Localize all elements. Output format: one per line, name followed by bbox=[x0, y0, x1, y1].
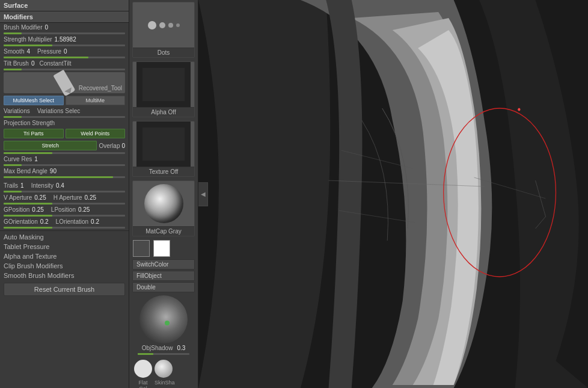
curve-res-row: Curve Res 1 bbox=[0, 155, 129, 164]
multimesh-select-btn[interactable]: MultiMesh Select bbox=[4, 96, 64, 105]
alpha-off-label: Alpha Off bbox=[133, 107, 194, 117]
obj-shadow-dot bbox=[165, 321, 170, 325]
curve-res-slider[interactable] bbox=[4, 164, 125, 166]
clip-brush-label: Clip Brush Modifiers bbox=[4, 262, 63, 269]
reset-current-brush-label: Reset Current Brush bbox=[34, 286, 94, 293]
smooth-value: 4 bbox=[26, 48, 30, 55]
alpha-off-thumb[interactable]: Alpha Off bbox=[132, 61, 195, 117]
trails-value: 1 bbox=[20, 182, 24, 189]
trails-slider[interactable] bbox=[4, 191, 125, 192]
lorientation-label: LOrientation bbox=[56, 218, 88, 225]
trails-intensity-row: Trails 1 Intensity 0.4 bbox=[0, 181, 129, 190]
strength-multiplier-value: 1.58982 bbox=[55, 36, 76, 43]
smooth-slider[interactable] bbox=[4, 57, 125, 58]
overlap-slider[interactable] bbox=[4, 152, 125, 154]
svg-point-1 bbox=[518, 108, 520, 111]
recovered-tool-area: Recovered_Tool bbox=[4, 72, 125, 93]
fill-object-btn[interactable]: FillObject bbox=[132, 271, 195, 281]
white-color-swatch[interactable] bbox=[153, 240, 170, 257]
viewport[interactable]: ◀ bbox=[198, 0, 588, 388]
tri-weld-row: Tri Parts Weld Points bbox=[0, 128, 129, 140]
projection-strength-row: Projection Strength bbox=[0, 119, 129, 128]
intensity-value: 0.4 bbox=[56, 182, 64, 189]
collapse-arrow[interactable]: ◀ bbox=[198, 182, 208, 206]
stretch-overlap-row: Stretch Overlap 0 bbox=[0, 140, 129, 152]
lposition-value: 0.25 bbox=[78, 206, 90, 213]
smooth-brush-mods-row[interactable]: Smooth Brush Modifiers bbox=[0, 271, 129, 280]
brush-modifier-label: Brush Modifier bbox=[4, 24, 42, 31]
variations-slider[interactable] bbox=[4, 116, 125, 118]
strength-multiplier-label: Strength Multiplier bbox=[4, 36, 52, 43]
double-btn[interactable]: Double bbox=[132, 282, 195, 292]
strength-multiplier-slider[interactable] bbox=[4, 45, 125, 46]
trails-label: Trails bbox=[4, 182, 18, 189]
dots-brush-thumb[interactable]: Dots bbox=[132, 2, 195, 58]
clip-brush-row[interactable]: Clip Brush Modifiers bbox=[0, 261, 129, 271]
obj-shadow-value: 0.3 bbox=[177, 345, 185, 351]
weld-points-btn[interactable]: Weld Points bbox=[66, 129, 126, 138]
variations-row: Variations Variations Selec bbox=[0, 106, 129, 115]
obj-shadow-value-row: ObjShadow 0.3 bbox=[134, 343, 193, 353]
h-aperture-value: 0.25 bbox=[85, 194, 96, 201]
gorientation-slider[interactable] bbox=[4, 227, 125, 229]
multimesh-btn[interactable]: MultiMe bbox=[66, 96, 126, 105]
obj-shadow-label: ObjShadow bbox=[142, 345, 173, 351]
matcap-gray-label: MatCap Gray bbox=[133, 226, 194, 236]
obj-shadow-slider[interactable] bbox=[138, 353, 189, 355]
lorientation-value: 0.2 bbox=[91, 218, 99, 225]
brush-modifier-value: 0 bbox=[44, 24, 48, 31]
max-bend-angle-row: Max Bend Angle 90 bbox=[0, 167, 129, 176]
tablet-pressure-row[interactable]: Tablet Pressure bbox=[0, 242, 129, 251]
flat-col-label: Flat Col bbox=[134, 380, 152, 388]
auto-masking-row[interactable]: Auto Masking bbox=[0, 232, 129, 242]
alpha-texture-label: Alpha and Texture bbox=[4, 253, 57, 260]
modifiers-label: Modifiers bbox=[4, 13, 33, 20]
mid-panel: Dots Alpha Off Texture Off MatCap Gray S… bbox=[129, 0, 198, 388]
aperture-slider[interactable] bbox=[4, 203, 125, 205]
tilt-brush-slider[interactable] bbox=[4, 69, 125, 70]
overlap-label: Overlap bbox=[99, 143, 120, 149]
strength-multiplier-row: Strength Multiplier 1.58982 bbox=[0, 35, 129, 44]
intensity-label: Intensity bbox=[31, 182, 54, 189]
matcap-gray-thumb[interactable]: MatCap Gray bbox=[132, 180, 195, 236]
smooth-pressure-row: Smooth 4 Pressure 0 bbox=[0, 47, 129, 56]
skin-sha-swatch[interactable] bbox=[155, 360, 173, 378]
stretch-btn[interactable]: Stretch bbox=[4, 141, 97, 150]
surface-header[interactable]: Surface bbox=[0, 0, 129, 11]
viewport-svg bbox=[198, 0, 588, 388]
brush-modifier-slider[interactable] bbox=[4, 32, 125, 34]
modifiers-header[interactable]: Modifiers bbox=[0, 11, 129, 23]
pressure-value: 0 bbox=[64, 48, 67, 55]
swatch-labels: Flat Col SkinSha bbox=[129, 380, 198, 388]
smooth-label: Smooth bbox=[4, 48, 24, 55]
lposition-label: LPosition bbox=[51, 206, 76, 213]
obj-shadow-sphere bbox=[139, 295, 188, 343]
texture-off-thumb[interactable]: Texture Off bbox=[132, 121, 195, 177]
flat-col-swatch[interactable] bbox=[134, 360, 152, 378]
gposition-slider[interactable] bbox=[4, 215, 125, 217]
tri-parts-btn[interactable]: Tri Parts bbox=[4, 129, 64, 138]
smooth-brush-mods-label: Smooth Brush Modifiers bbox=[4, 272, 74, 279]
tilt-brush-value: 0 bbox=[31, 60, 35, 67]
auto-masking-label: Auto Masking bbox=[4, 233, 44, 241]
curve-res-value: 1 bbox=[34, 156, 38, 162]
gorientation-value: 0.2 bbox=[40, 218, 49, 225]
max-bend-slider[interactable] bbox=[4, 176, 125, 178]
variations-label: Variations bbox=[4, 108, 30, 114]
v-aperture-label: V Aperture bbox=[4, 194, 32, 201]
skin-sha-label: SkinSha bbox=[155, 380, 173, 388]
reset-current-brush-btn[interactable]: Reset Current Brush bbox=[4, 283, 125, 296]
aperture-row: V Aperture 0.25 H Aperture 0.25 bbox=[0, 193, 129, 202]
dark-color-swatch[interactable] bbox=[133, 240, 150, 257]
h-aperture-label: H Aperture bbox=[54, 194, 82, 201]
brush-modifier-row: Brush Modifier 0 bbox=[0, 23, 129, 32]
gposition-value: 0.25 bbox=[32, 206, 43, 213]
switch-color-btn[interactable]: SwitchColor bbox=[132, 259, 195, 269]
tilt-brush-label: Tilt Brush bbox=[4, 60, 29, 67]
pressure-label: Pressure bbox=[37, 48, 61, 55]
alpha-texture-row[interactable]: Alpha and Texture bbox=[0, 251, 129, 261]
position-row: GPosition 0.25 LPosition 0.25 bbox=[0, 205, 129, 214]
recovered-tool-label: Recovered_Tool bbox=[79, 85, 122, 91]
gposition-label: GPosition bbox=[4, 206, 29, 213]
surface-label: Surface bbox=[4, 2, 28, 9]
